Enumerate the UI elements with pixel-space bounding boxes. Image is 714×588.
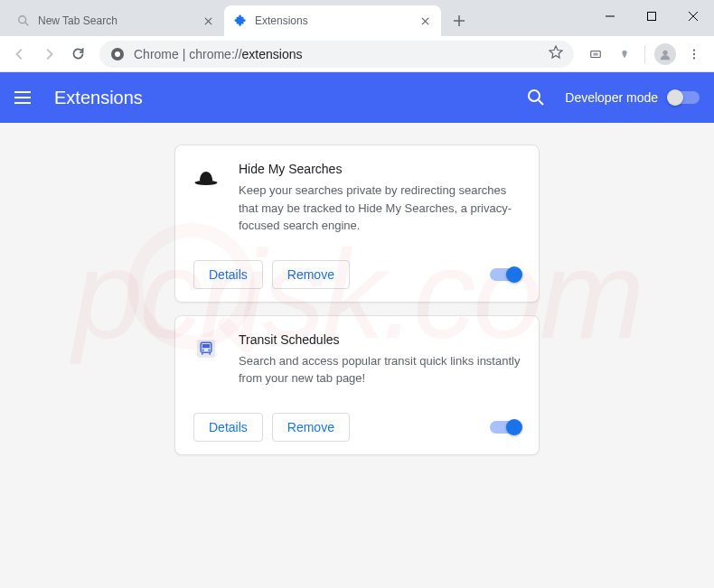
close-window-button[interactable] <box>672 0 714 33</box>
address-bar[interactable]: Chrome | chrome://extensions <box>99 41 574 68</box>
forward-button[interactable] <box>36 42 61 67</box>
close-icon[interactable] <box>418 14 432 28</box>
svg-rect-26 <box>202 344 210 348</box>
back-button[interactable] <box>7 42 33 67</box>
extension-card: Hide My Searches Keep your searches priv… <box>174 145 540 303</box>
extension-name: Hide My Searches <box>239 162 521 176</box>
tab-title: New Tab Search <box>38 14 197 27</box>
bus-icon <box>190 332 222 365</box>
magnifier-icon <box>16 14 31 28</box>
details-button[interactable]: Details <box>193 260 263 289</box>
enabled-toggle[interactable] <box>490 421 521 434</box>
svg-line-22 <box>539 100 543 105</box>
extension-toolbar-icon-1[interactable] <box>583 42 608 67</box>
extension-toolbar-icon-2[interactable] <box>612 42 637 67</box>
enabled-toggle[interactable] <box>490 268 521 281</box>
svg-point-20 <box>693 57 695 59</box>
svg-point-27 <box>202 349 204 350</box>
extension-name: Transit Schedules <box>239 332 521 347</box>
avatar-icon <box>654 43 676 65</box>
tab-title: Extensions <box>255 14 414 27</box>
profile-button[interactable] <box>653 42 678 67</box>
svg-point-17 <box>662 50 667 54</box>
svg-point-4 <box>19 16 26 23</box>
developer-mode-label: Developer mode <box>565 90 658 105</box>
svg-point-19 <box>693 52 695 54</box>
developer-mode-toggle[interactable] <box>669 91 700 104</box>
extension-card: Transit Schedules Search and access popu… <box>174 315 540 455</box>
chrome-icon <box>110 47 125 61</box>
new-tab-button[interactable] <box>446 8 472 33</box>
svg-point-21 <box>529 90 540 101</box>
svg-point-28 <box>208 349 210 350</box>
details-button[interactable]: Details <box>193 413 263 442</box>
toolbar-divider <box>644 45 645 63</box>
svg-rect-1 <box>648 13 656 21</box>
tab-extensions[interactable]: Extensions <box>224 5 441 36</box>
svg-rect-14 <box>591 51 601 57</box>
svg-point-13 <box>115 51 120 57</box>
svg-line-5 <box>25 23 29 26</box>
extensions-list: Hide My Searches Keep your searches priv… <box>0 123 714 588</box>
url-text: Chrome | chrome://extensions <box>134 47 541 61</box>
extension-description: Search and access popular transit quick … <box>239 352 521 387</box>
page-title: Extensions <box>54 88 525 108</box>
toolbar: Chrome | chrome://extensions <box>0 36 714 72</box>
tab-new-tab-search[interactable]: New Tab Search <box>7 5 224 36</box>
maximize-button[interactable] <box>631 0 672 33</box>
remove-button[interactable]: Remove <box>272 260 350 289</box>
close-icon[interactable] <box>201 14 215 28</box>
extension-description: Keep your searches private by redirectin… <box>239 182 521 235</box>
puzzle-icon <box>233 14 248 28</box>
svg-point-18 <box>693 49 695 51</box>
reload-button[interactable] <box>65 42 90 67</box>
hamburger-menu-icon[interactable] <box>14 87 36 108</box>
menu-button[interactable] <box>681 42 707 67</box>
remove-button[interactable]: Remove <box>272 413 350 442</box>
hat-icon <box>190 162 222 194</box>
window-controls <box>589 0 714 33</box>
search-icon[interactable] <box>525 87 547 108</box>
minimize-button[interactable] <box>589 0 631 33</box>
extensions-header: Extensions Developer mode <box>0 72 714 123</box>
bookmark-star-icon[interactable] <box>549 45 563 62</box>
